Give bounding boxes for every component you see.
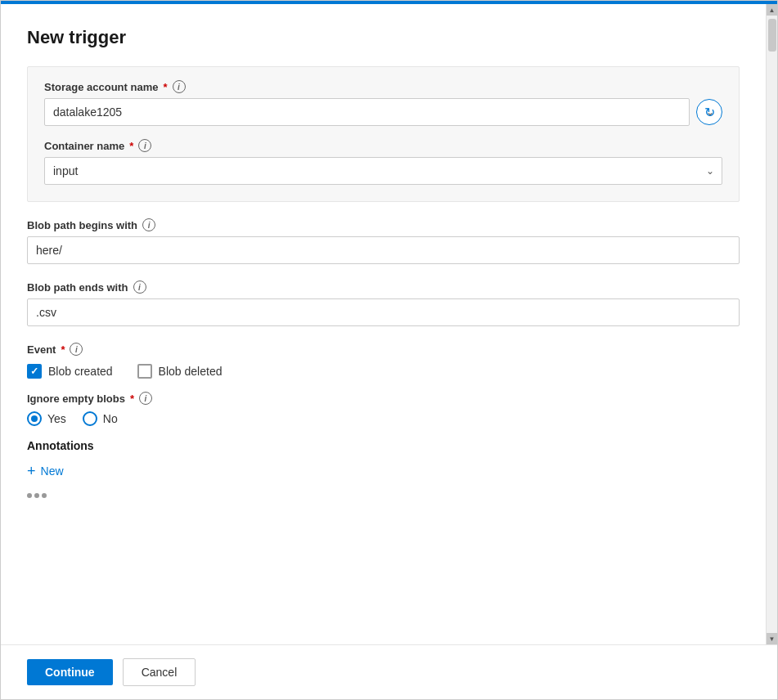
- blob-path-ends-label-text: Blob path ends with: [27, 281, 128, 294]
- container-name-select[interactable]: input: [44, 157, 722, 185]
- dialog-content: New trigger Storage account name * i: [1, 4, 777, 699]
- annotations-section: Annotations + New: [27, 439, 740, 480]
- storage-account-select-wrapper: datalake1205 ⌄ ↻: [44, 98, 722, 126]
- blob-created-checkbox-item[interactable]: ✓ Blob created: [27, 364, 113, 379]
- blob-path-begins-label-text: Blob path begins with: [27, 219, 137, 231]
- page-title: New trigger: [27, 27, 740, 48]
- scrollbar-thumb[interactable]: [768, 19, 776, 52]
- storage-section-box: Storage account name * i datalake1205 ⌄: [27, 66, 740, 202]
- blob-created-label: Blob created: [48, 365, 113, 378]
- storage-account-label: Storage account name * i: [44, 80, 722, 93]
- blob-deleted-checkbox-item[interactable]: Blob deleted: [137, 364, 223, 379]
- blob-path-ends-field: Blob path ends with i: [27, 280, 740, 326]
- ignore-empty-blobs-section: Ignore empty blobs * i Yes: [27, 392, 740, 426]
- container-name-info-icon[interactable]: i: [138, 139, 151, 152]
- ignore-empty-blobs-no-item[interactable]: No: [83, 411, 118, 426]
- main-area: New trigger Storage account name * i: [1, 4, 777, 644]
- ignore-empty-blobs-yes-radio-inner: [31, 415, 38, 422]
- ignore-empty-blobs-radio-row: Yes No: [27, 411, 740, 426]
- blob-created-checkmark: ✓: [30, 366, 38, 376]
- blob-path-ends-info-icon[interactable]: i: [133, 280, 146, 294]
- blob-deleted-checkbox[interactable]: [137, 364, 152, 379]
- container-name-required: *: [129, 140, 133, 152]
- event-label: Event * i: [27, 343, 740, 356]
- scrollbar-up-button[interactable]: ▲: [767, 4, 778, 16]
- loading-dot-1: [27, 493, 32, 498]
- event-info-icon[interactable]: i: [70, 343, 83, 356]
- storage-account-field-group: Storage account name * i datalake1205 ⌄: [44, 80, 722, 126]
- blob-path-ends-input[interactable]: [27, 298, 740, 326]
- ignore-empty-blobs-required: *: [130, 393, 134, 405]
- event-section: Event * i ✓ Blob created: [27, 343, 740, 379]
- event-required: *: [61, 343, 65, 356]
- new-trigger-dialog: New trigger Storage account name * i: [0, 0, 778, 700]
- annotations-new-button[interactable]: + New: [27, 462, 64, 480]
- blob-created-checkbox[interactable]: ✓: [27, 364, 42, 379]
- container-name-select-wrapper: input ⌄: [44, 157, 722, 185]
- plus-icon: +: [27, 464, 36, 478]
- ignore-empty-blobs-yes-item[interactable]: Yes: [27, 411, 66, 426]
- loading-dot-3: [42, 493, 47, 498]
- event-label-text: Event: [27, 343, 56, 356]
- container-name-label: Container name * i: [44, 139, 722, 152]
- annotations-new-label: New: [41, 464, 64, 478]
- container-name-label-text: Container name: [44, 140, 124, 152]
- scrollbar-track: ▲ ▼: [766, 4, 777, 644]
- ignore-empty-blobs-label-row: Ignore empty blobs * i: [27, 392, 740, 405]
- form-panel: New trigger Storage account name * i: [1, 4, 766, 644]
- footer: Continue Cancel: [1, 644, 777, 699]
- scrollbar-down-button[interactable]: ▼: [767, 633, 778, 644]
- blob-path-ends-label: Blob path ends with i: [27, 280, 740, 294]
- ignore-empty-blobs-yes-label: Yes: [47, 412, 66, 425]
- ignore-empty-blobs-no-radio[interactable]: [83, 411, 97, 426]
- ignore-empty-blobs-info-icon[interactable]: i: [139, 392, 152, 405]
- cancel-button[interactable]: Cancel: [123, 658, 196, 686]
- annotations-title: Annotations: [27, 439, 740, 452]
- blob-path-begins-field: Blob path begins with i: [27, 218, 740, 264]
- loading-indicator: [27, 493, 740, 498]
- storage-account-required: *: [163, 81, 167, 93]
- storage-account-info-icon[interactable]: i: [173, 80, 186, 93]
- blob-path-begins-info-icon[interactable]: i: [142, 218, 155, 231]
- refresh-icon: ↻: [704, 105, 715, 120]
- storage-account-select[interactable]: datalake1205: [44, 98, 690, 126]
- ignore-empty-blobs-yes-radio[interactable]: [27, 411, 42, 426]
- storage-account-refresh-button[interactable]: ↻: [696, 99, 722, 125]
- blob-path-begins-input[interactable]: [27, 236, 740, 264]
- event-checkboxes-row: ✓ Blob created Blob deleted: [27, 364, 740, 379]
- ignore-empty-blobs-no-label: No: [103, 412, 118, 425]
- blob-deleted-label: Blob deleted: [159, 365, 223, 378]
- loading-dot-2: [34, 493, 39, 498]
- ignore-empty-blobs-label-text: Ignore empty blobs: [27, 393, 125, 405]
- container-name-field-group: Container name * i input ⌄: [44, 139, 722, 185]
- continue-button[interactable]: Continue: [27, 659, 113, 685]
- storage-account-label-text: Storage account name: [44, 81, 158, 93]
- blob-path-begins-label: Blob path begins with i: [27, 218, 740, 231]
